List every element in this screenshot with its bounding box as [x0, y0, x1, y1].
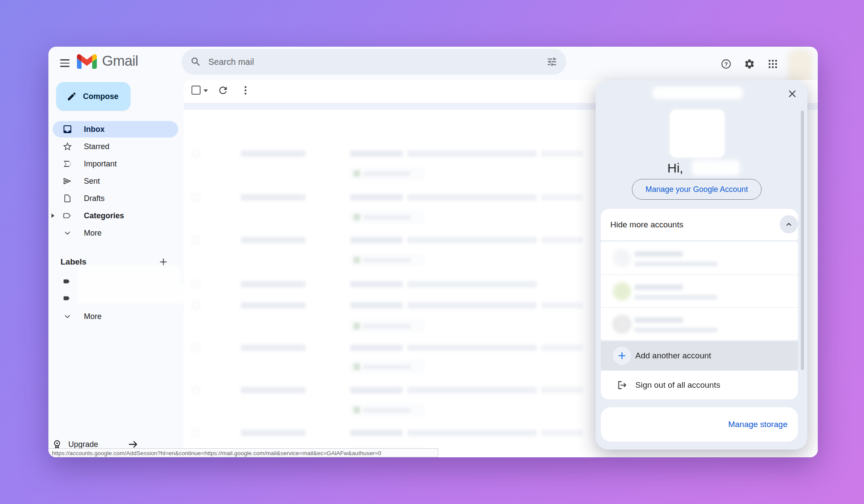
account-email-redacted — [652, 86, 743, 99]
account-name-redacted — [692, 160, 740, 175]
attachment-chip-redacted[interactable] — [350, 320, 424, 332]
account-avatar-redacted[interactable] — [670, 110, 724, 157]
svg-text:?: ? — [724, 61, 728, 67]
chevron-down-icon — [62, 311, 73, 322]
search-bar[interactable] — [182, 49, 566, 75]
pencil-icon — [67, 91, 77, 102]
account-row-redacted[interactable] — [601, 242, 798, 274]
attachment-chip-redacted[interactable] — [350, 404, 424, 416]
attachment-chip-redacted[interactable] — [350, 168, 424, 179]
star-icon — [62, 141, 73, 152]
sign-out-all-label: Sign out of all accounts — [635, 380, 720, 390]
sidebar-item-label: Drafts — [84, 194, 105, 203]
hide-more-accounts-label: Hide more accounts — [610, 220, 683, 230]
account-switcher-popup: Hi, Manage your Google Account Hide more… — [596, 80, 807, 450]
manage-storage-link[interactable]: Manage storage — [728, 420, 787, 429]
select-all-checkbox[interactable] — [191, 86, 201, 95]
chevron-down-icon — [62, 228, 73, 238]
sidebar-labels-more[interactable]: More — [53, 308, 178, 325]
chevron-up-icon — [784, 220, 794, 229]
label-tag-icon — [62, 293, 73, 304]
sidebar-item-sent[interactable]: Sent — [53, 173, 178, 189]
popup-scrollbar[interactable] — [801, 111, 804, 370]
sidebar-item-more[interactable]: More — [53, 225, 178, 241]
close-icon — [787, 88, 798, 99]
account-row-redacted[interactable] — [601, 274, 798, 307]
sidebar-item-label: Starred — [84, 142, 109, 151]
plus-icon — [158, 257, 169, 267]
gmail-window: Gmail ? Compose — [48, 47, 818, 457]
gmail-logo: Gmail — [77, 53, 138, 69]
account-row-avatar-redacted — [613, 315, 631, 333]
sidebar-item-important[interactable]: Important — [53, 156, 178, 172]
compose-label: Compose — [83, 92, 118, 101]
browser-status-bar: https://accounts.google.com/AddSession?h… — [48, 448, 438, 457]
attachment-chip-redacted[interactable] — [350, 254, 424, 266]
settings-gear-icon[interactable] — [740, 54, 759, 73]
inbox-icon — [62, 124, 73, 134]
upgrade-label: Upgrade — [68, 440, 98, 449]
greeting-text: Hi, — [667, 161, 683, 175]
sidebar-item-drafts[interactable]: Drafts — [53, 190, 178, 207]
hide-more-accounts-row[interactable]: Hide more accounts — [601, 209, 798, 240]
add-another-account-row[interactable]: Add another account — [601, 341, 798, 370]
main-menu-icon[interactable] — [56, 54, 73, 72]
sign-out-icon — [613, 376, 631, 394]
collapse-accounts-button[interactable] — [780, 215, 798, 233]
sidebar-item-label: Important — [84, 159, 117, 169]
other-accounts-list — [601, 242, 798, 340]
close-popup-button[interactable] — [784, 86, 800, 102]
send-icon — [62, 176, 73, 186]
search-filters-icon[interactable] — [546, 56, 558, 67]
label-name-redacted — [78, 284, 186, 303]
sidebar-item-label: Inbox — [84, 125, 105, 134]
search-input[interactable] — [208, 57, 546, 67]
more-options-dots-icon[interactable] — [240, 85, 251, 96]
attachment-chip-redacted[interactable] — [350, 361, 424, 373]
account-row-avatar-redacted — [613, 282, 631, 300]
refresh-icon[interactable] — [217, 85, 229, 96]
add-another-account-label: Add another account — [635, 351, 711, 360]
select-dropdown-caret-icon[interactable] — [203, 88, 209, 93]
attachment-chip-redacted[interactable] — [350, 211, 424, 223]
sidebar-item-label: Categories — [84, 211, 124, 220]
sidebar-item-starred[interactable]: Starred — [53, 138, 178, 155]
gmail-logo-text: Gmail — [102, 53, 138, 69]
plus-icon — [613, 347, 631, 365]
label-tag-icon — [62, 277, 73, 287]
sign-out-all-row[interactable]: Sign out of all accounts — [601, 371, 798, 399]
sidebar-item-label: Sent — [84, 177, 100, 186]
account-row-redacted[interactable] — [601, 307, 798, 340]
categories-tag-icon — [62, 211, 73, 221]
account-row-avatar-redacted — [613, 249, 631, 267]
draft-file-icon — [62, 193, 73, 204]
label-name-redacted — [78, 266, 180, 285]
search-icon[interactable] — [190, 56, 201, 67]
sidebar-item-label: More — [84, 312, 102, 321]
google-apps-grid-icon[interactable] — [763, 54, 782, 73]
help-icon[interactable]: ? — [717, 54, 736, 73]
compose-button[interactable]: Compose — [56, 82, 131, 111]
gmail-m-icon — [77, 54, 97, 69]
important-icon — [62, 159, 73, 169]
greeting-row: Hi, — [596, 160, 807, 177]
sidebar-item-label: More — [84, 229, 102, 238]
expand-arrow-icon[interactable] — [50, 213, 55, 219]
sidebar-item-categories[interactable]: Categories — [53, 207, 178, 224]
status-url: https://accounts.google.com/AddSession?h… — [52, 450, 381, 456]
sidebar-item-inbox[interactable]: Inbox — [53, 121, 178, 137]
storage-card: Manage storage — [601, 407, 798, 442]
manage-google-account-button[interactable]: Manage your Google Account — [632, 179, 762, 200]
